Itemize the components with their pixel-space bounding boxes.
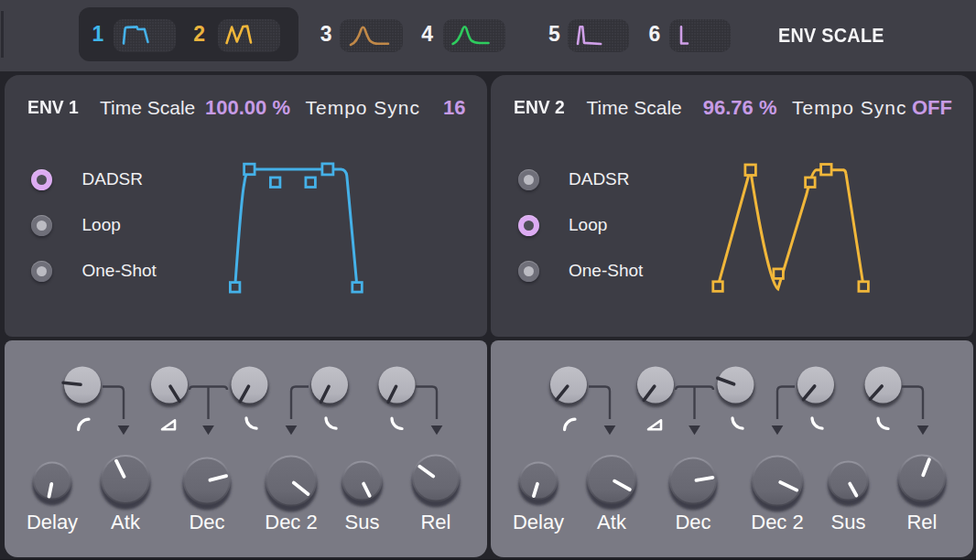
svg-text:Delay: Delay	[26, 511, 77, 533]
svg-text:Dec 2: Dec 2	[751, 511, 803, 533]
svg-text:Sus: Sus	[831, 511, 866, 533]
svg-text:Dec 2: Dec 2	[265, 511, 317, 533]
svg-text:Atk: Atk	[597, 511, 627, 533]
svg-text:Rel: Rel	[420, 511, 450, 533]
svg-text:Sus: Sus	[344, 511, 379, 533]
svg-text:Atk: Atk	[111, 511, 141, 533]
svg-text:Dec: Dec	[189, 511, 224, 533]
svg-text:Delay: Delay	[513, 511, 564, 533]
svg-text:Rel: Rel	[906, 511, 937, 533]
svg-text:Dec: Dec	[675, 511, 710, 533]
